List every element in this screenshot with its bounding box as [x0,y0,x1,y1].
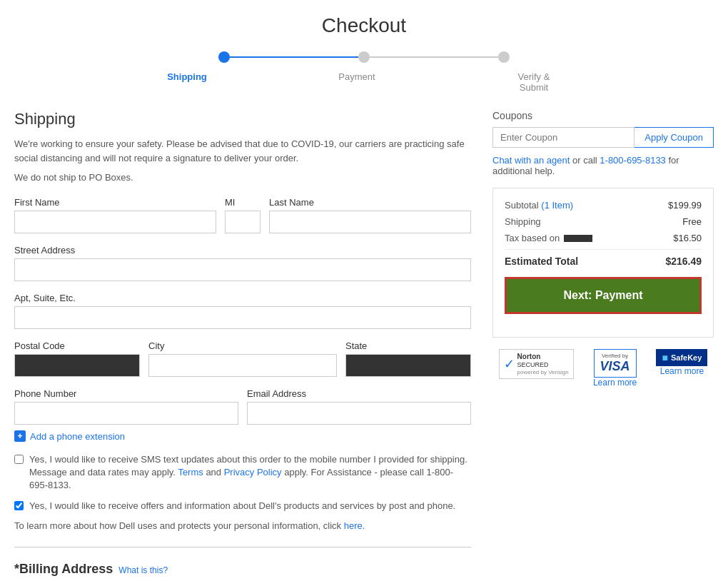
progress-bar: Shipping Payment Verify & Submit [14,51,714,93]
here-link[interactable]: here. [344,520,365,531]
add-extension-text: Add a phone extension [30,431,125,442]
what-is-this-link[interactable]: What is this? [118,565,168,575]
safekey-icon: ■ [662,352,667,363]
add-extension-link[interactable]: + Add a phone extension [14,430,471,442]
state-select[interactable] [345,354,471,377]
apply-coupon-button[interactable]: Apply Coupon [635,127,714,148]
covid-notice: We're working to ensure your safety. Ple… [14,137,471,165]
safekey-text: SafeKey [671,353,702,362]
visa-learn-more-link[interactable]: Learn more [593,378,637,388]
phone-label: Phone Number [14,388,238,399]
norton-check-icon: ✓ [504,356,515,372]
chat-agent-link[interactable]: Chat with an agent [492,155,570,166]
total-label: Estimated Total [505,256,578,267]
safekey-learn-more-link[interactable]: Learn more [660,366,704,376]
email-label: Email Address [247,388,471,399]
page-title: Checkout [14,14,714,37]
section-divider [14,547,471,547]
last-name-label: Last Name [269,197,471,208]
agent-phone-link[interactable]: 1-800-695-8133 [600,155,666,166]
first-name-label: First Name [14,197,216,208]
plus-icon: + [14,430,26,442]
offers-checkbox[interactable] [14,501,24,510]
step-2-label: Payment [335,71,378,93]
billing-title: *Billing Address [14,562,113,577]
summary-divider [505,249,702,250]
subtotal-label: Subtotal (1 Item) [505,200,573,211]
offers-label: Yes, I would like to receive offers and … [29,500,455,512]
visa-verified-text: Verified by [602,353,628,359]
privacy-notice: To learn more about how Dell uses and pr… [14,520,471,532]
line-2 [370,56,498,58]
shipping-value: Free [682,216,702,227]
norton-badge: ✓ Norton SECURED powered by Verisign [499,349,574,379]
safekey-badge: ■ SafeKey Learn more [656,349,707,376]
city-label: City [148,340,337,351]
coupons-label: Coupons [492,110,714,121]
total-value: $216.49 [665,256,702,267]
sms-checkbox[interactable] [14,455,24,464]
postal-input[interactable] [14,354,140,377]
email-input[interactable] [247,402,471,425]
step-1-dot [218,51,230,63]
last-name-input[interactable] [269,211,471,233]
privacy-link[interactable]: Privacy Policy [224,467,282,478]
visa-word: VISA [600,359,630,374]
state-label: State [345,340,471,351]
first-name-input[interactable] [14,211,216,233]
subtotal-value: $199.99 [668,200,702,211]
step-2-dot [358,51,370,63]
step-3-dot [498,51,510,63]
tax-label: Tax based on [505,233,592,243]
city-input[interactable] [148,354,337,377]
tax-value: $16.50 [673,233,702,243]
postal-label: Postal Code [14,340,140,351]
phone-input[interactable] [14,402,238,425]
tax-black-bar [564,235,592,242]
street-label: Street Address [14,245,471,256]
mi-label: MI [225,197,261,208]
no-po-text: We do not ship to PO Boxes. [14,172,471,183]
sms-label: Yes, I would like to receive SMS text up… [29,453,471,492]
shipping-title: Shipping [14,110,471,128]
mi-input[interactable] [225,211,261,233]
terms-link[interactable]: Terms [178,467,203,478]
agent-help-text: Chat with an agent or call 1-800-695-813… [492,155,714,176]
norton-text: Norton SECURED powered by Verisign [517,353,569,375]
step-1-label: Shipping [166,71,208,93]
coupon-input[interactable] [492,127,635,148]
order-summary: Subtotal (1 Item) $199.99 Shipping Free … [492,188,714,338]
visa-badge: Verified by VISA Learn more [593,349,637,388]
next-payment-button[interactable]: Next: Payment [505,277,702,314]
line-1 [230,56,358,58]
apt-label: Apt, Suite, Etc. [14,293,471,303]
safekey-badge-img: ■ SafeKey [656,349,707,366]
apt-input[interactable] [14,306,471,329]
shipping-label: Shipping [505,216,541,227]
norton-badge-img: ✓ Norton SECURED powered by Verisign [499,349,574,379]
visa-badge-img: Verified by VISA [594,349,637,378]
step-3-label: Verify & Submit [505,71,562,93]
item-count-link[interactable]: (1 Item) [541,200,573,211]
street-input[interactable] [14,258,471,281]
